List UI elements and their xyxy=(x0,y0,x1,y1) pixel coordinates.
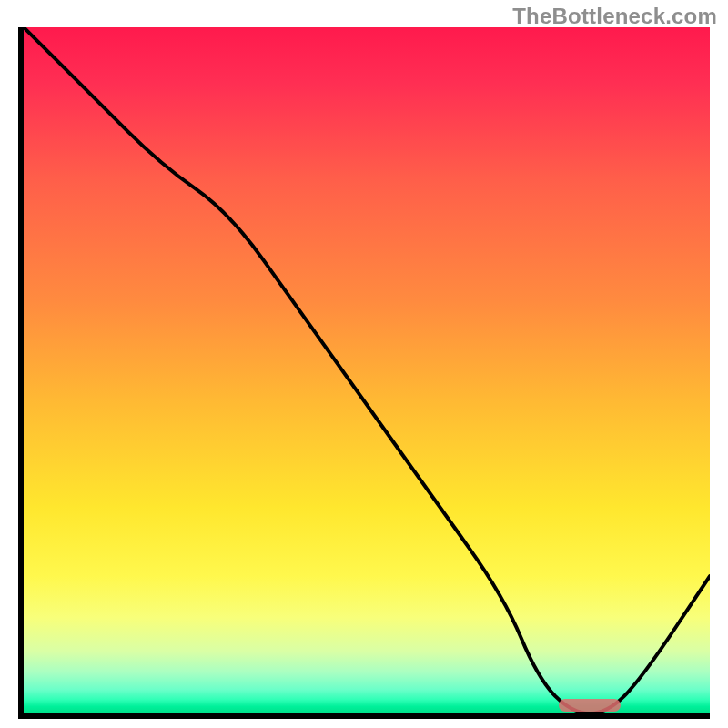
plot-area xyxy=(24,27,710,713)
bottleneck-curve xyxy=(24,27,710,713)
attribution-label: TheBottleneck.com xyxy=(512,4,717,29)
optimal-zone-marker xyxy=(559,699,621,712)
curve-layer xyxy=(24,27,710,713)
chart-container: TheBottleneck.com xyxy=(0,0,728,728)
